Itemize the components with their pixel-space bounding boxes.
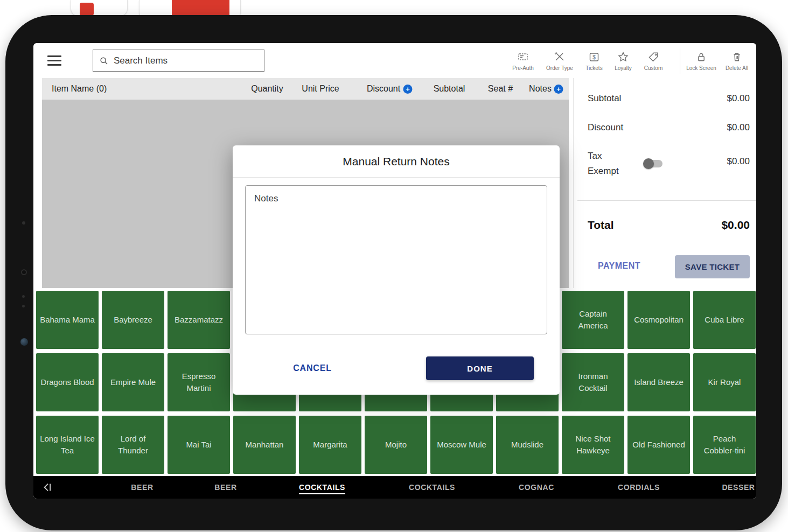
done-button[interactable]: DONE (426, 356, 534, 380)
item-button[interactable]: Empire Mule (102, 353, 164, 411)
item-button[interactable]: Manhattan (233, 416, 296, 474)
loyalty-label: Loyalty (615, 65, 632, 71)
subtotal-value: $0.00 (727, 93, 750, 104)
bezel-sensor-dot (22, 305, 25, 307)
notes-textarea[interactable] (245, 185, 547, 334)
payment-button[interactable]: PAYMENT (598, 261, 640, 271)
item-button[interactable]: Espresso Martini (168, 353, 230, 411)
column-notes: Notes (529, 78, 552, 100)
tickets-label: Tickets (585, 65, 602, 71)
item-button[interactable]: Long Island Ice Tea (36, 416, 99, 474)
page-background: Pre-Auth Order Type $ Tickets (0, 0, 788, 532)
subtotal-label: Subtotal (588, 93, 621, 104)
item-button[interactable]: Baybreeze (102, 291, 164, 349)
item-button[interactable]: Moscow Mule (430, 416, 493, 474)
column-quantity: Quantity (251, 78, 283, 100)
total-row: Total $0.00 (588, 214, 750, 236)
order-type-label: Order Type (546, 65, 573, 71)
utensils-icon (553, 51, 566, 64)
order-table-header: Item Name (0) Quantity Unit Price Discou… (42, 78, 569, 100)
manual-return-notes-dialog: Manual Return Notes CANCEL DONE (233, 145, 560, 395)
panel-divider (573, 78, 574, 288)
item-button[interactable]: Old Fashioned (627, 416, 690, 474)
item-button[interactable]: Peach Cobbler-tini (693, 416, 756, 474)
bezel-camera (20, 338, 28, 346)
dialog-title-divider (233, 177, 560, 178)
discount-row: Discount $0.00 (588, 118, 750, 137)
search-input[interactable] (114, 55, 259, 66)
column-discount: Discount (367, 78, 400, 100)
custom-label: Custom (644, 65, 663, 71)
subtotal-row: Subtotal $0.00 (588, 89, 750, 108)
item-button[interactable]: Mojito (365, 416, 427, 474)
item-button[interactable]: Mudslide (496, 416, 559, 474)
category-tab-cordials[interactable]: CORDIALS (618, 476, 660, 499)
category-back-icon[interactable] (42, 481, 54, 493)
add-discount-icon[interactable] (403, 85, 413, 94)
custom-button[interactable]: Custom (632, 51, 674, 71)
tax-exempt-value: $0.00 (727, 156, 750, 167)
column-seat: Seat # (488, 78, 513, 100)
search-box[interactable] (93, 50, 264, 72)
discount-value: $0.00 (727, 122, 750, 133)
column-subtotal: Subtotal (434, 78, 465, 100)
total-label: Total (588, 219, 614, 232)
item-button[interactable]: Cuba Libre (693, 291, 756, 349)
bezel-sensor-dot (21, 269, 27, 275)
item-button[interactable]: Nice Shot Hawkeye (562, 416, 624, 474)
svg-text:$: $ (592, 54, 596, 60)
item-button[interactable]: Lord of Thunder (102, 416, 164, 474)
item-button[interactable]: Ironman Cocktail (562, 353, 624, 411)
menu-button[interactable] (47, 55, 61, 66)
item-button[interactable]: Dragons Blood (36, 353, 99, 411)
tablet-frame: Pre-Auth Order Type $ Tickets (5, 15, 782, 530)
dialog-title: Manual Return Notes (233, 145, 560, 177)
column-unit-price: Unit Price (302, 78, 339, 100)
tax-exempt-row: Tax Exempt (588, 147, 750, 180)
cancel-button[interactable]: CANCEL (281, 358, 344, 379)
pos-screen: Pre-Auth Order Type $ Tickets (33, 43, 756, 499)
category-tab-beer-1[interactable]: BEER (131, 476, 153, 499)
bezel-sensor-dot (22, 295, 25, 298)
category-tab-cocktails-2[interactable]: COCKTAILS (409, 476, 455, 499)
item-button[interactable]: Bahama Mama (36, 291, 99, 349)
preauth-button[interactable]: Pre-Auth (502, 51, 544, 71)
column-item-name: Item Name (0) (52, 78, 107, 100)
add-notes-icon[interactable] (554, 85, 563, 94)
item-button[interactable]: Bazzamatazz (168, 291, 230, 349)
toggle-knob (643, 158, 654, 169)
item-button[interactable]: Margarita (299, 416, 361, 474)
item-button[interactable]: Kir Royal (693, 353, 756, 411)
item-button[interactable]: Cosmopolitan (627, 291, 690, 349)
bezel-sensor-dot (22, 221, 25, 225)
category-tab-cognac[interactable]: COGNAC (519, 476, 554, 499)
search-icon (99, 55, 109, 67)
card-terminal-icon (517, 51, 529, 64)
trash-icon (730, 51, 743, 64)
order-summary-panel: Subtotal $0.00 Discount $0.00 Tax Exempt… (577, 78, 756, 288)
tax-exempt-label: Tax Exempt (588, 149, 619, 179)
category-tab-cocktails-1[interactable]: COCKTAILS (299, 476, 345, 499)
summary-divider (577, 200, 756, 201)
background-artifact (71, 0, 128, 16)
delete-all-label: Delete All (726, 65, 748, 71)
item-button[interactable]: Captain America (562, 291, 624, 349)
background-artifact-red (80, 3, 94, 16)
item-button[interactable]: Mai Tai (168, 416, 230, 474)
discount-label: Discount (588, 122, 623, 133)
ticket-dollar-icon: $ (588, 51, 601, 64)
tax-exempt-toggle[interactable] (644, 160, 663, 167)
save-ticket-button[interactable]: SAVE TICKET (675, 255, 750, 278)
preauth-label: Pre-Auth (512, 65, 533, 71)
category-tab-dessert[interactable]: DESSER (722, 476, 755, 499)
item-button[interactable]: Island Breeze (627, 353, 690, 411)
delete-all-button[interactable]: Delete All (716, 51, 756, 71)
category-bar: BEER BEER COCKTAILS COCKTAILS COGNAC COR… (33, 476, 756, 499)
tag-icon (647, 51, 660, 64)
star-icon (617, 51, 630, 64)
lock-icon (695, 51, 708, 64)
total-value: $0.00 (721, 219, 750, 232)
category-tab-beer-2[interactable]: BEER (214, 476, 236, 499)
lock-screen-label: Lock Screen (686, 65, 716, 71)
